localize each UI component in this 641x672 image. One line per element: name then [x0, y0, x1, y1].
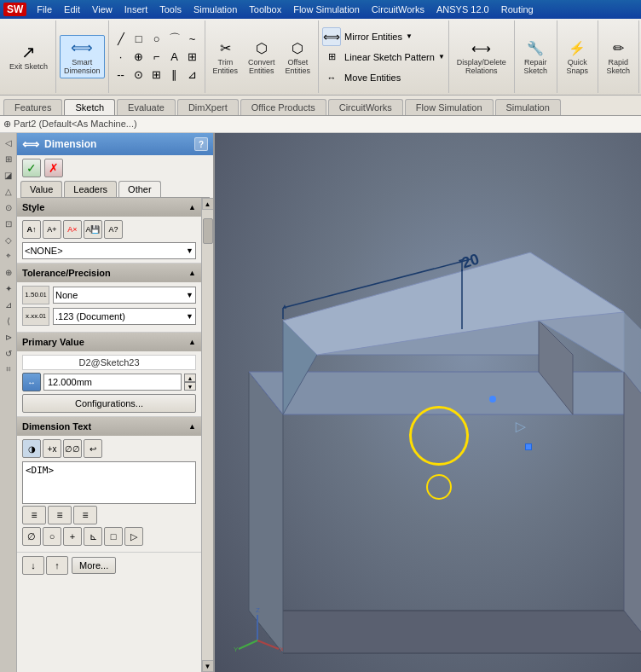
menu-view[interactable]: View — [87, 3, 118, 16]
value-increment[interactable]: ▲ — [184, 374, 196, 382]
panel-tab-other[interactable]: Other — [118, 181, 161, 197]
mirror-entities-icon[interactable]: ⟺ — [322, 27, 341, 46]
arc-tool-button[interactable]: ⌒ — [166, 31, 183, 48]
circle-tool-button[interactable]: ○ — [148, 31, 165, 48]
sidebar-icon-1[interactable]: ◁ — [1, 135, 16, 150]
sidebar-icon-7[interactable]: ◇ — [1, 232, 16, 247]
quick-snaps-button[interactable]: ⚡ QuickSnaps — [562, 35, 592, 78]
sidebar-icon-8[interactable]: ⌖ — [1, 248, 16, 264]
dim-text-textarea[interactable] — [22, 461, 196, 504]
menu-insert[interactable]: Insert — [119, 3, 153, 16]
menu-routing[interactable]: Routing — [496, 3, 539, 16]
sidebar-icon-13[interactable]: ⊳ — [1, 329, 16, 345]
line-tool-button[interactable]: ╱ — [113, 31, 130, 48]
panel-tab-leaders[interactable]: Leaders — [64, 181, 117, 197]
sidebar-icon-14[interactable]: ↺ — [1, 345, 16, 361]
tab-dimxpert[interactable]: DimXpert — [177, 99, 239, 115]
menu-circuitworks[interactable]: CircuitWorks — [367, 3, 430, 16]
tolerance-select-1[interactable]: None ▼ — [53, 287, 196, 304]
text-tool-button[interactable]: A — [166, 49, 183, 66]
menu-bar[interactable]: File Edit View Insert Tools Simulation T… — [32, 3, 538, 16]
repair-sketch-button[interactable]: 🔧 RepairSketch — [520, 35, 552, 78]
align-center-button[interactable]: ≡ — [48, 506, 72, 524]
sidebar-icon-4[interactable]: △ — [1, 183, 16, 199]
tolerance-section-header[interactable]: Tolerance/Precision ▲ — [17, 264, 201, 282]
sidebar-icon-12[interactable]: ⟨ — [1, 313, 16, 328]
tab-simulation[interactable]: Simulation — [495, 99, 561, 115]
menu-file[interactable]: File — [32, 3, 57, 16]
linear-dropdown[interactable]: ▼ — [438, 53, 445, 61]
menu-simulation[interactable]: Simulation — [188, 3, 242, 16]
style-icon-4[interactable]: A💾 — [84, 220, 102, 239]
menu-tools[interactable]: Tools — [154, 3, 187, 16]
sidebar-icon-9[interactable]: ⊕ — [1, 264, 16, 280]
panel-help-button[interactable]: ? — [194, 137, 208, 151]
symbol-angle[interactable]: ⊾ — [84, 527, 102, 546]
trim-entities-button[interactable]: ✂ TrimEntities — [209, 35, 243, 78]
snap-button[interactable]: ⊙ — [130, 67, 147, 84]
style-section-header[interactable]: Style ▲ — [17, 198, 201, 217]
scroll-up-button[interactable]: ▲ — [202, 198, 214, 210]
tab-sketch[interactable]: Sketch — [64, 99, 115, 115]
spline-tool-button[interactable]: ~ — [184, 31, 201, 48]
more-button[interactable]: More... — [72, 557, 116, 574]
rapid-sketch-button[interactable]: ✏ RapidSketch — [603, 35, 635, 78]
style-icon-3[interactable]: A× — [63, 220, 82, 239]
symbol-square[interactable]: □ — [104, 527, 123, 546]
symbol-circle[interactable]: ○ — [43, 527, 61, 546]
ok-button[interactable]: ✓ — [22, 159, 41, 177]
dim-text-icon-2[interactable]: +x — [43, 439, 61, 458]
point-tool-button[interactable]: · — [113, 49, 130, 66]
convert-entities-button[interactable]: ⬡ ConvertEntities — [244, 35, 280, 78]
style-select[interactable]: <NONE> ▼ — [22, 242, 196, 259]
mirror-button[interactable]: ⊕ — [130, 49, 147, 66]
symbol-plus[interactable]: + — [63, 527, 82, 546]
display-delete-relations-button[interactable]: ⟷ Display/DeleteRelations — [453, 35, 511, 78]
style-icon-5[interactable]: A? — [104, 220, 123, 239]
symbol-diameter[interactable]: ∅ — [22, 527, 41, 546]
align-left-button[interactable]: ≡ — [22, 506, 46, 524]
move-entities-icon[interactable]: ↔ — [322, 68, 341, 87]
scroll-track[interactable] — [202, 210, 214, 660]
viewport[interactable]: 20 ◁ Z X Y — [215, 133, 641, 672]
smart-dimension-button[interactable]: ⟺ SmartDimension — [60, 35, 105, 78]
menu-edit[interactable]: Edit — [59, 3, 85, 16]
style-icon-1[interactable]: A↑ — [22, 220, 41, 239]
dim-text-icon-1[interactable]: ◑ — [22, 439, 41, 458]
sidebar-icon-11[interactable]: ⊿ — [1, 297, 16, 312]
menu-toolbox[interactable]: Toolbox — [244, 3, 286, 16]
symbol-arrow[interactable]: ▷ — [124, 527, 143, 546]
sidebar-icon-15[interactable]: ⌗ — [1, 362, 16, 377]
configurations-button-1[interactable]: Configurations... — [22, 394, 196, 413]
style-icon-2[interactable]: A+ — [43, 220, 61, 239]
primary-value-header[interactable]: Primary Value ▲ — [17, 333, 201, 351]
dim-text-icon-3[interactable]: ∅∅ — [63, 439, 82, 458]
bottom-icon-up[interactable]: ↑ — [46, 556, 68, 575]
tab-features[interactable]: Features — [3, 99, 62, 115]
tab-flow-simulation[interactable]: Flow Simulation — [405, 99, 494, 115]
tab-circuitworks[interactable]: CircuitWorks — [328, 99, 403, 115]
value-decrement[interactable]: ▼ — [184, 382, 196, 391]
primary-value-input[interactable] — [43, 374, 182, 391]
dimension-text-header[interactable]: Dimension Text ▲ — [17, 417, 201, 436]
linear-sketch-pattern-icon[interactable]: ⊞ — [322, 48, 341, 67]
fillet-button[interactable]: ⌐ — [148, 49, 165, 66]
centerline-button[interactable]: -- — [113, 67, 130, 84]
mirror-dropdown[interactable]: ▼ — [406, 32, 413, 40]
tab-evaluate[interactable]: Evaluate — [117, 99, 176, 115]
panel-tab-value[interactable]: Value — [20, 181, 62, 197]
exit-sketch-button[interactable]: ↗ Exit Sketch — [5, 39, 52, 74]
grid-button[interactable]: ⊞ — [148, 67, 165, 84]
sidebar-icon-6[interactable]: ⊡ — [1, 216, 16, 231]
panel-scrollbar[interactable]: ▲ ▼ — [201, 198, 213, 672]
align-right-button[interactable]: ≡ — [73, 506, 97, 524]
dim-text-icon-4[interactable]: ↩ — [84, 439, 102, 458]
tab-office-products[interactable]: Office Products — [240, 99, 326, 115]
menu-flow-simulation[interactable]: Flow Simulation — [288, 3, 365, 16]
construction-button[interactable]: ⊞ — [184, 49, 201, 66]
sketch-tool5[interactable]: ⊿ — [184, 67, 201, 84]
sketch-tool4[interactable]: ∥ — [166, 67, 183, 84]
rectangle-tool-button[interactable]: □ — [130, 31, 147, 48]
tolerance-select-2[interactable]: .123 (Document) ▼ — [53, 308, 196, 325]
cancel-button[interactable]: ✗ — [44, 159, 63, 177]
